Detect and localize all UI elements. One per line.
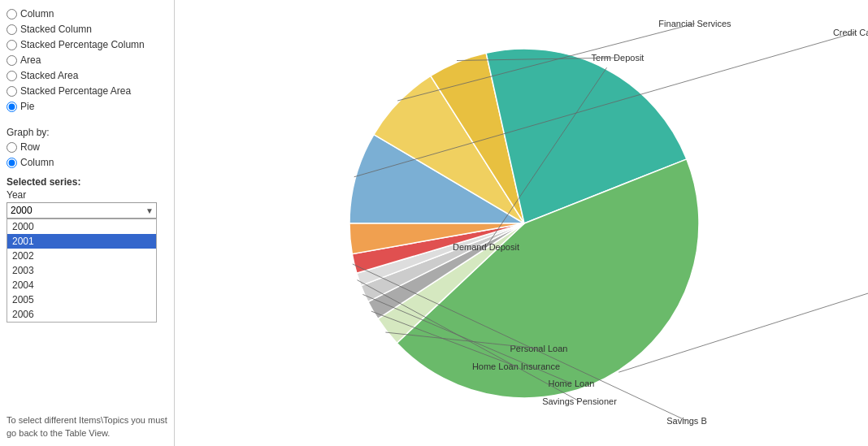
graph-by-column[interactable]: Column	[7, 155, 167, 170]
chart-type-area[interactable]: Area	[7, 53, 167, 67]
footer-note: To select different Items\Topics you mus…	[7, 406, 167, 440]
selected-series-label: Selected series:	[7, 176, 167, 188]
label-financial-services: Financial Services	[658, 19, 731, 28]
chart-type-stacked-pct-area[interactable]: Stacked Percentage Area	[7, 84, 167, 98]
chart-type-stacked-column[interactable]: Stacked Column	[7, 22, 167, 37]
chart-type-pie[interactable]: Pie	[7, 99, 167, 114]
graph-by-section: Graph by: Row Column	[7, 119, 167, 170]
graph-by-group: Row Column	[7, 140, 167, 170]
year-option-2001[interactable]: 2001	[7, 234, 156, 249]
year-select[interactable]: 2000	[7, 202, 157, 219]
chart-type-column[interactable]: Column	[7, 6, 167, 21]
selected-series-section: Selected series: Year 2000 ▼ 2000 2001 2…	[7, 176, 167, 219]
year-option-2002[interactable]: 2002	[7, 249, 156, 263]
year-option-2003[interactable]: 2003	[7, 263, 156, 278]
pie-chart-real: Credit CardFinancial ServicesTerm Deposi…	[175, 0, 868, 446]
year-option-2005[interactable]: 2005	[7, 292, 156, 307]
year-select-wrapper: 2000 ▼ 2000 2001 2002 2003 2004 2005 200…	[7, 202, 157, 219]
year-label: Year	[7, 189, 167, 201]
year-option-2000[interactable]: 2000	[7, 219, 156, 234]
label-credit-card: Credit Card	[833, 28, 868, 37]
chart-type-stacked-pct-column[interactable]: Stacked Percentage Column	[7, 37, 167, 52]
year-dropdown-list: 2000 2001 2002 2003 2004 2005 2006	[7, 219, 157, 323]
chart-type-group: Column Stacked Column Stacked Percentage…	[7, 6, 167, 114]
year-option-2004[interactable]: 2004	[7, 278, 156, 292]
graph-by-row[interactable]: Row	[7, 140, 167, 154]
chart-type-stacked-area[interactable]: Stacked Area	[7, 68, 167, 83]
chart-area: Credit CardFinancial ServicesTerm Deposi…	[175, 0, 868, 446]
year-option-2006[interactable]: 2006	[7, 307, 156, 322]
label-savings-pensioner: Savings Pensioner	[542, 396, 617, 406]
graph-by-label: Graph by:	[7, 127, 167, 138]
sidebar: Column Stacked Column Stacked Percentage…	[0, 0, 175, 446]
